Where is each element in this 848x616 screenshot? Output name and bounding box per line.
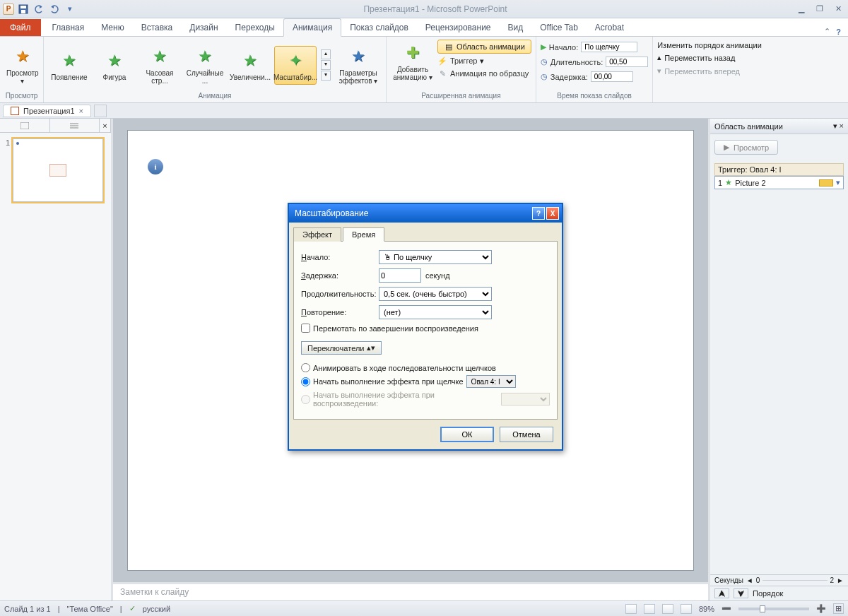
ribbon-tab-animation[interactable]: Анимация xyxy=(283,18,341,37)
pane-dropdown-icon[interactable]: ▾ xyxy=(833,122,837,130)
outline-view-icon[interactable] xyxy=(50,119,100,132)
gallery-more-icon[interactable]: ▾ xyxy=(321,71,331,81)
duration-label: Длительность: xyxy=(550,58,603,66)
seconds-scroll-left[interactable]: ◄ xyxy=(746,576,753,584)
dialog-tab-time[interactable]: Время xyxy=(343,227,384,242)
animation-gallery-item-selected[interactable]: ✦Масштабир... xyxy=(274,46,317,85)
redo-icon[interactable] xyxy=(48,3,61,16)
gallery-up-icon[interactable]: ▴ xyxy=(321,49,331,59)
timeline-seconds: Секунды ◄ 0 2 ► xyxy=(710,574,848,586)
spellcheck-icon[interactable]: ✓ xyxy=(129,604,136,613)
quick-access-toolbar: P ▾ xyxy=(3,3,76,16)
fit-window-icon[interactable]: ⊞ xyxy=(833,603,844,614)
dlg-repeat-select[interactable]: (нет) xyxy=(379,305,492,319)
ribbon-tab-transitions[interactable]: Переходы xyxy=(227,19,283,36)
dlg-radio-click[interactable]: Начать выполнение эффекта при щелчке Ова… xyxy=(301,375,550,388)
trigger-header: Триггер: Овал 4: I xyxy=(714,163,844,176)
dialog-help-icon[interactable]: ? xyxy=(532,207,545,220)
ribbon-group-timing: ▶Начало: ◷Длительность: ◷Задержка: Время… xyxy=(536,37,653,102)
start-input[interactable] xyxy=(581,42,637,52)
ok-button[interactable]: ОК xyxy=(440,427,494,442)
close-window-icon[interactable]: ✕ xyxy=(831,4,845,14)
zoom-out-icon[interactable]: ➖ xyxy=(722,604,731,613)
document-tab[interactable]: Презентация1 × xyxy=(3,105,91,117)
animation-pane-button[interactable]: ▤Область анимации xyxy=(437,40,531,54)
dialog-titlebar[interactable]: Масштабирование ? X xyxy=(289,204,562,223)
ribbon-tab-insert[interactable]: Вставка xyxy=(133,19,182,36)
dlg-duration-select[interactable]: 0,5 сек. (очень быстро) xyxy=(379,287,492,301)
dlg-radio-sequence[interactable]: Анимировать в ходе последовательности ще… xyxy=(301,363,550,372)
slides-view-icon[interactable] xyxy=(0,119,50,132)
close-pane-icon[interactable]: × xyxy=(840,122,844,130)
file-tab[interactable]: Файл xyxy=(0,19,41,36)
status-language[interactable]: русский xyxy=(143,605,170,613)
ribbon-tab-officetab[interactable]: Office Tab xyxy=(531,19,587,36)
dialog-tab-effect[interactable]: Эффект xyxy=(293,227,341,242)
ribbon-tab-design[interactable]: Дизайн xyxy=(181,19,226,36)
move-earlier[interactable]: ▴Переместить назад xyxy=(657,52,735,63)
animation-item-dropdown-icon[interactable]: ▾ xyxy=(836,178,840,187)
animation-gallery-item[interactable]: ★Случайные ... xyxy=(184,42,226,88)
reading-view-icon[interactable] xyxy=(662,604,673,614)
animation-gallery-item[interactable]: ★Фигура xyxy=(93,46,136,85)
animation-item[interactable]: 1 ★ Picture 2 ▾ xyxy=(714,176,844,189)
cancel-button[interactable]: Отмена xyxy=(500,427,553,442)
slideshow-view-icon[interactable] xyxy=(681,604,692,614)
zoom-in-icon[interactable]: ➕ xyxy=(816,604,826,613)
dlg-triggers-toggle[interactable]: Переключатели ▴▾ xyxy=(301,341,382,355)
ribbon-tab-review[interactable]: Рецензирование xyxy=(417,19,500,36)
minimize-icon[interactable]: ▁ xyxy=(794,4,808,14)
ribbon-group-timing-title: Время показа слайдов xyxy=(541,92,648,101)
effect-options-button[interactable]: ★Параметры эффектов ▾ xyxy=(335,42,382,88)
zoom-value[interactable]: 89% xyxy=(699,605,714,613)
close-panel-icon[interactable]: × xyxy=(100,119,111,132)
dlg-delay-unit: секунд xyxy=(425,271,450,280)
delay-input[interactable] xyxy=(591,71,633,82)
seconds-scroll-right[interactable]: ► xyxy=(837,576,844,584)
ribbon-group-animation-title: Анимация xyxy=(48,92,382,101)
dlg-delay-input[interactable] xyxy=(379,268,421,283)
gallery-down-icon[interactable]: ▾ xyxy=(321,60,331,70)
animation-item-name: Picture 2 xyxy=(735,179,765,187)
notes-area[interactable]: Заметки к слайду xyxy=(113,582,708,600)
slide-thumbnail[interactable] xyxy=(13,138,103,202)
add-animation-button[interactable]: ✚Добавить анимацию ▾ xyxy=(391,38,435,85)
restore-icon[interactable]: ❐ xyxy=(813,4,827,14)
animation-item-timeline xyxy=(819,179,833,186)
trigger-button[interactable]: ⚡Триггер ▾ xyxy=(437,55,531,66)
gallery-scroll[interactable]: ▴ ▾ ▾ xyxy=(319,44,332,86)
ribbon-tab-home[interactable]: Главная xyxy=(44,19,93,36)
status-slide-count: Слайд 1 из 1 xyxy=(4,605,51,613)
star-icon: ★ xyxy=(62,52,76,70)
preview-button[interactable]: ★ Просмотр▾ xyxy=(4,42,41,88)
pane-play-button[interactable]: ▶Просмотр xyxy=(714,140,778,155)
ribbon-tab-slideshow[interactable]: Показ слайдов xyxy=(341,19,417,36)
new-doc-tab[interactable] xyxy=(94,105,107,117)
animation-gallery-item[interactable]: ★Увеличени... xyxy=(229,46,271,85)
ribbon-minimize-icon[interactable]: ⌃ xyxy=(824,27,830,36)
animation-gallery-item[interactable]: ★Часовая стр... xyxy=(139,42,181,88)
qat-dropdown-icon[interactable]: ▾ xyxy=(64,3,76,16)
ribbon-tab-acrobat[interactable]: Acrobat xyxy=(587,19,632,36)
dlg-rewind-checkbox[interactable] xyxy=(301,324,310,333)
animation-gallery-item[interactable]: ★Появление xyxy=(48,46,90,85)
save-icon[interactable] xyxy=(17,3,30,16)
zoom-slider[interactable] xyxy=(738,608,809,610)
dialog-close-icon[interactable]: X xyxy=(546,207,559,220)
dlg-start-select[interactable]: 🖱 По щелчку xyxy=(379,250,492,264)
ribbon-tab-menu[interactable]: Меню xyxy=(93,19,132,36)
play-icon: ▶ xyxy=(541,42,546,52)
ribbon-tab-view[interactable]: Вид xyxy=(500,19,532,36)
reorder-down-icon[interactable]: ⮟ xyxy=(734,588,748,598)
dlg-trigger-object-select[interactable]: Овал 4: I xyxy=(466,375,516,388)
close-doc-icon[interactable]: × xyxy=(79,107,83,115)
sorter-view-icon[interactable] xyxy=(644,604,655,614)
duration-input[interactable] xyxy=(606,57,648,67)
help-icon[interactable]: ? xyxy=(836,28,841,36)
plus-star-icon: ✚ xyxy=(406,44,419,62)
undo-icon[interactable] xyxy=(33,3,45,16)
reorder-up-icon[interactable]: ⮝ xyxy=(714,588,729,598)
normal-view-icon[interactable] xyxy=(625,604,637,614)
dlg-rewind-check[interactable]: Перемотать по завершении воспроизведения xyxy=(301,324,550,333)
oval-shape[interactable]: i xyxy=(148,159,163,174)
